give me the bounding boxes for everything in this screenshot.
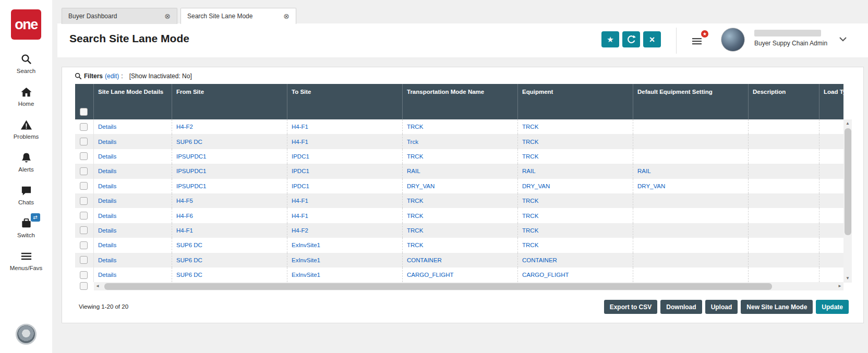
notifications-menu-button[interactable]: ★ — [691, 35, 703, 50]
column-header-description[interactable]: Description — [749, 84, 819, 119]
details-link[interactable]: Details — [98, 124, 116, 130]
tab-search-site-lane-mode[interactable]: Search Site Lane Mode ⊗ — [180, 8, 296, 24]
transportation-mode-link[interactable]: TRCK — [407, 213, 423, 219]
sidebar-item-problems[interactable]: Problems — [0, 119, 52, 140]
to-site-link[interactable]: H4-F2 — [292, 227, 308, 234]
to-site-link[interactable]: H4-F1 — [292, 213, 308, 219]
equipment-link[interactable]: TRCK — [522, 153, 538, 160]
details-link[interactable]: Details — [98, 153, 116, 160]
scroll-down-icon[interactable]: ▼ — [846, 274, 850, 283]
details-link[interactable]: Details — [98, 213, 116, 219]
row-checkbox[interactable] — [80, 212, 88, 220]
from-site-link[interactable]: H4-F2 — [176, 124, 193, 130]
row-checkbox[interactable] — [80, 197, 88, 205]
favorite-button[interactable]: ★ — [601, 31, 619, 47]
equipment-link[interactable]: TRCK — [522, 124, 538, 130]
equipment-link[interactable]: CONTAINER — [522, 257, 557, 263]
equipment-link[interactable]: TRCK — [522, 242, 538, 248]
filters-edit-link[interactable]: (edit) — [105, 72, 119, 80]
from-site-link[interactable]: IPSUPDC1 — [176, 153, 207, 160]
column-header-to-site[interactable]: To Site — [287, 84, 403, 119]
equipment-link[interactable]: DRY_VAN — [522, 183, 550, 189]
transportation-mode-link[interactable]: TRCK — [407, 198, 423, 204]
details-link[interactable]: Details — [98, 139, 116, 145]
one-logo[interactable]: one — [11, 9, 41, 40]
to-site-link[interactable]: IPDC1 — [292, 183, 309, 189]
to-site-link[interactable]: H4-F1 — [292, 198, 308, 204]
tab-close-icon[interactable]: ⊗ — [164, 13, 171, 20]
column-header-transportation-mode-name[interactable]: Transportation Mode Name — [403, 84, 518, 119]
transportation-mode-link[interactable]: TRCK — [407, 242, 423, 248]
sidebar-item-alerts[interactable]: Alerts — [0, 152, 52, 173]
new-site-lane-mode-button[interactable]: New Site Lane Mode — [741, 300, 813, 314]
sidebar-item-home[interactable]: Home — [0, 86, 52, 107]
scroll-up-icon[interactable]: ▲ — [846, 119, 850, 128]
column-header-site-lane-mode-details[interactable]: Site Lane Mode Details — [94, 84, 172, 119]
transportation-mode-link[interactable]: CONTAINER — [407, 257, 442, 263]
user-avatar[interactable] — [721, 28, 745, 52]
from-site-link[interactable]: H4-F5 — [176, 198, 193, 204]
transportation-mode-link[interactable]: Trck — [407, 139, 418, 145]
transportation-mode-link[interactable]: CARGO_FLIGHT — [407, 272, 453, 278]
from-site-link[interactable]: H4-F1 — [176, 227, 193, 234]
vertical-scrollbar[interactable]: ▲ ▼ — [843, 119, 852, 283]
equipment-link[interactable]: RAIL — [522, 168, 536, 174]
from-site-link[interactable]: H4-F6 — [176, 213, 193, 219]
to-site-link[interactable]: IPDC1 — [292, 168, 309, 174]
to-site-link[interactable]: ExInvSite1 — [292, 257, 320, 263]
transportation-mode-link[interactable]: TRCK — [407, 153, 423, 160]
details-link[interactable]: Details — [98, 168, 116, 174]
row-checkbox[interactable] — [80, 182, 88, 190]
sidebar-item-menus-favs[interactable]: Menus/Favs — [0, 250, 52, 271]
column-header-default-equipment-setting[interactable]: Default Equipment Setting — [633, 84, 749, 119]
equipment-link[interactable]: TRCK — [522, 139, 538, 145]
column-header-load-type[interactable]: Load Ty — [819, 84, 843, 119]
row-checkbox[interactable] — [80, 138, 88, 145]
to-site-link[interactable]: H4-F1 — [292, 139, 308, 145]
row-checkbox[interactable] — [80, 241, 88, 249]
globe-avatar-icon[interactable] — [16, 324, 37, 345]
details-link[interactable]: Details — [98, 242, 116, 248]
details-link[interactable]: Details — [98, 227, 116, 234]
to-site-link[interactable]: ExInvSite1 — [292, 242, 320, 248]
details-link[interactable]: Details — [98, 183, 116, 189]
to-site-link[interactable]: ExInvSite1 — [292, 272, 320, 278]
equipment-link[interactable]: CARGO_FLIGHT — [522, 272, 569, 278]
tab-close-icon[interactable]: ⊗ — [283, 13, 290, 20]
default-equipment-setting-link[interactable]: DRY_VAN — [637, 183, 665, 189]
download-button[interactable]: Download — [660, 300, 702, 314]
export-to-csv-button[interactable]: Export to CSV — [604, 300, 658, 314]
upload-button[interactable]: Upload — [705, 300, 738, 314]
sidebar-item-chats[interactable]: Chats — [0, 185, 52, 205]
equipment-link[interactable]: TRCK — [522, 227, 538, 234]
column-header-from-site[interactable]: From Site — [172, 84, 287, 119]
equipment-link[interactable]: TRCK — [522, 198, 538, 204]
scroll-left-icon[interactable]: ◄ — [94, 284, 101, 288]
details-link[interactable]: Details — [98, 272, 116, 278]
from-site-link[interactable]: IPSUPDC1 — [176, 183, 207, 189]
row-checkbox[interactable] — [80, 123, 88, 131]
column-header-equipment[interactable]: Equipment — [518, 84, 633, 119]
transportation-mode-link[interactable]: RAIL — [407, 168, 420, 174]
close-button[interactable]: × — [643, 31, 661, 47]
to-site-link[interactable]: IPDC1 — [292, 153, 309, 160]
select-all-checkbox[interactable] — [80, 108, 88, 116]
from-site-link[interactable]: IPSUPDC1 — [176, 168, 207, 174]
horizontal-scroll-thumb[interactable] — [104, 283, 772, 290]
from-site-link[interactable]: SUP6 DC — [176, 272, 202, 278]
details-link[interactable]: Details — [98, 257, 116, 263]
details-link[interactable]: Details — [98, 198, 116, 204]
sidebar-item-switch[interactable]: ⇄ Switch — [0, 217, 52, 238]
to-site-link[interactable]: H4-F1 — [292, 124, 308, 130]
horizontal-scrollbar[interactable]: ◄ ► — [94, 282, 843, 290]
refresh-button[interactable] — [622, 31, 640, 47]
transportation-mode-link[interactable]: TRCK — [407, 124, 423, 130]
transportation-mode-link[interactable]: DRY_VAN — [407, 183, 435, 189]
tab-buyer-dashboard[interactable]: Buyer Dashboard ⊗ — [62, 8, 177, 24]
from-site-link[interactable]: SUP6 DC — [176, 242, 202, 248]
row-checkbox[interactable] — [80, 282, 88, 290]
vertical-scroll-thumb[interactable] — [845, 128, 851, 235]
user-menu-chevron[interactable] — [839, 35, 847, 44]
from-site-link[interactable]: SUP6 DC — [176, 139, 202, 145]
default-equipment-setting-link[interactable]: RAIL — [637, 168, 651, 174]
